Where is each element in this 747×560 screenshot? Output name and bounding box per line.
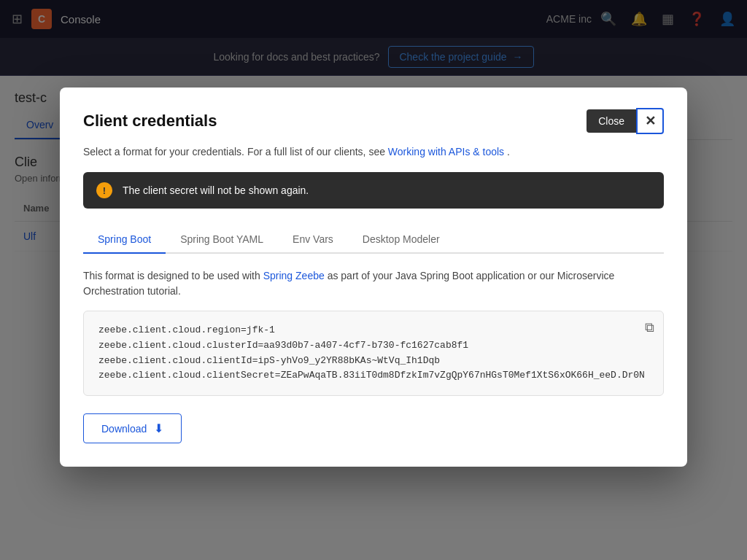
modal-description: Select a format for your credentials. Fo… [83, 146, 664, 158]
code-block: zeebe.client.cloud.region=jfk-1 zeebe.cl… [98, 323, 649, 384]
warning-text: The client secret will not be shown agai… [123, 184, 309, 196]
download-label: Download [101, 423, 147, 435]
copy-button[interactable]: ⧉ [645, 320, 654, 335]
tab-env-vars[interactable]: Env Vars [278, 226, 348, 254]
tab-spring-boot[interactable]: Spring Boot [83, 226, 166, 254]
download-button[interactable]: Download ⬇ [83, 413, 182, 443]
spring-zeebe-link[interactable]: Spring Zeebe [263, 270, 325, 281]
warning-icon: ! [96, 182, 112, 198]
client-credentials-modal: Client credentials Close ✕ Select a form… [60, 88, 687, 467]
tab-spring-boot-yaml[interactable]: Spring Boot YAML [166, 226, 278, 254]
close-x-button[interactable]: ✕ [636, 108, 664, 134]
code-description: This format is designed to be used with … [83, 268, 664, 299]
working-with-apis-link[interactable]: Working with APIs & tools [388, 146, 504, 158]
credential-tabs: Spring Boot Spring Boot YAML Env Vars De… [83, 226, 664, 254]
code-container: ⧉ zeebe.client.cloud.region=jfk-1 zeebe.… [83, 311, 664, 396]
modal-header: Client credentials Close ✕ [83, 108, 664, 134]
warning-banner: ! The client secret will not be shown ag… [83, 172, 664, 209]
close-label-button[interactable]: Close [587, 109, 636, 133]
modal-title: Client credentials [83, 112, 217, 131]
tab-desktop-modeler[interactable]: Desktop Modeler [348, 226, 454, 254]
download-icon: ⬇ [154, 421, 163, 435]
modal-close-area: Close ✕ [587, 108, 664, 134]
